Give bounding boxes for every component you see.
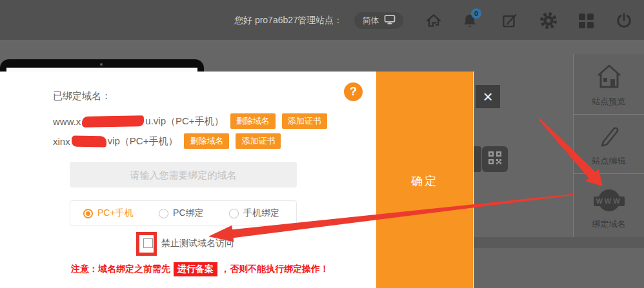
sidebar-item-bind-domain[interactable]: WWW 绑定域名 [574,174,644,236]
warning-text-prefix: 注意：域名绑定之前需先 [71,264,170,275]
add-certificate-button[interactable]: 添加证书 [236,133,281,149]
sidebar-item-site-preview[interactable]: 站点预览 [574,54,644,115]
bind-domain-dialog: 已绑定域名： www.x u.vip（PC+手机） 删除域名 添加证书 xinx… [0,72,474,288]
screen: 您好 pro7a6b27 管理站点： 简体 0 [0,0,644,288]
forbid-test-domain-checkbox[interactable] [143,238,153,248]
warning-text-suffix: ，否则不能执行绑定操作！ [221,264,329,275]
monitor-icon [384,15,396,26]
annotation-highlight-box [136,232,157,256]
bound-domain-row: www.x u.vip（PC+手机） 删除域名 添加证书 [53,114,327,128]
domain-input[interactable] [70,162,297,187]
radio-circle [159,209,168,218]
radio-circle [229,209,239,218]
delete-domain-button[interactable]: 删除域名 [230,113,276,129]
qr-code-button[interactable] [482,146,508,172]
add-certificate-button[interactable]: 添加证书 [282,113,327,129]
domain-text-prefix: xinx [53,136,70,147]
domain-text-prefix: www.x [53,116,81,127]
pencil-icon [594,122,624,151]
close-icon[interactable]: × [476,85,500,108]
bound-domains-label: 已绑定域名： [53,90,111,102]
redaction-scribble [82,115,144,128]
edit-icon[interactable] [499,10,520,31]
radio-label: 手机绑定 [243,207,279,219]
top-bar: 您好 pro7a6b27 管理站点： 简体 0 [0,0,644,40]
hidden-toolbar-button[interactable] [474,146,481,172]
confirm-button-label: 确定 [376,173,473,189]
sidebar-item-site-edit[interactable]: 站点编辑 [574,115,644,174]
power-icon[interactable] [614,10,634,31]
confirm-button[interactable]: 确定 [376,72,473,288]
bind-type-radio-group: PC+手机 PC绑定 手机绑定 [70,200,297,226]
qr-code-icon [488,151,502,168]
bound-domain-row: xinx vip（PC+手机） 删除域名 添加证书 [53,134,281,148]
radio-label: PC+手机 [97,207,134,219]
binding-warning: 注意：域名绑定之前需先 进行备案 ，否则不能执行绑定操作！ [71,262,329,276]
help-icon[interactable]: ? [344,82,363,101]
radio-pc-only[interactable]: PC绑定 [159,207,203,219]
page-section-divider [474,237,644,248]
redaction-scribble [72,135,106,147]
delete-domain-button[interactable]: 删除域名 [184,133,229,149]
radio-mobile-only[interactable]: 手机绑定 [229,207,279,219]
language-label: 简体 [363,15,379,26]
sidebar-item-label: 站点预览 [592,96,626,108]
home-icon [594,62,624,92]
radio-pc-and-mobile[interactable]: PC+手机 [83,207,134,219]
www-globe-icon: WWW [594,189,625,215]
user-greeting: 您好 pro7a6b27 [234,15,298,26]
laptop-camera-dot [100,63,103,66]
icp-filing-link[interactable]: 进行备案 [174,262,217,276]
sidebar-item-label: 站点编辑 [592,155,626,167]
home-icon[interactable] [423,10,444,31]
domain-text-suffix: vip（PC+手机） [108,135,178,148]
forbid-test-domain-label: 禁止测试域名访问 [161,238,234,249]
notification-badge: 0 [471,8,481,19]
language-switch-button[interactable]: 简体 [354,12,403,29]
radio-label: PC绑定 [173,207,203,219]
www-globe-text: WWW [594,197,625,206]
apps-grid-icon[interactable] [576,10,596,31]
manage-site-label: 管理站点： [297,15,343,26]
gear-icon[interactable] [538,10,559,31]
laptop-mockup [0,59,204,72]
sidebar-item-label: 绑定域名 [592,218,626,230]
right-sidebar: 站点预览 站点编辑 WWW 绑定域名 [573,54,644,237]
radio-circle-selected [83,209,93,218]
domain-text-suffix: u.vip（PC+手机） [145,115,223,128]
